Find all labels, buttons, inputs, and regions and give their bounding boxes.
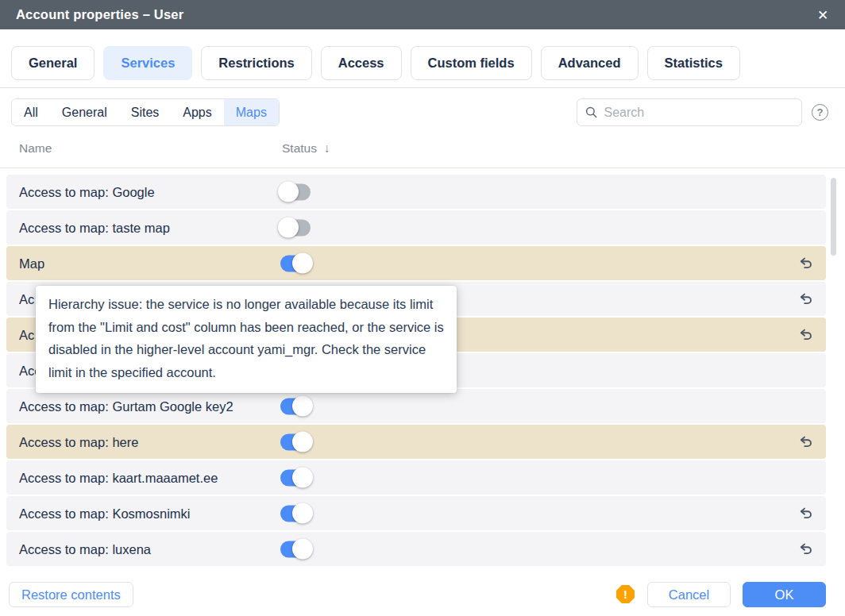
ok-button[interactable]: OK: [743, 582, 826, 607]
toggle-knob: [292, 253, 313, 274]
dialog-titlebar: Account properties – User ✕: [0, 0, 845, 29]
subtab-all[interactable]: All: [12, 99, 50, 125]
subtab-maps[interactable]: Maps: [224, 99, 279, 125]
status-toggle[interactable]: [280, 541, 311, 557]
dialog-title: Account properties – User: [16, 7, 183, 22]
service-name: Access to map: here: [19, 434, 138, 449]
search-input[interactable]: [604, 106, 793, 120]
toggle-knob: [292, 432, 313, 452]
status-column-header[interactable]: Status ↓: [282, 141, 330, 156]
status-toggle[interactable]: [280, 505, 311, 522]
toggle-knob: [278, 182, 299, 202]
table-row[interactable]: Access to map: here: [6, 425, 826, 459]
cancel-button[interactable]: Cancel: [647, 582, 731, 607]
service-filter-tabs: AllGeneralSitesAppsMaps: [11, 98, 280, 126]
table-row[interactable]: Access to map: luxena: [6, 532, 826, 566]
service-name: Ac: [19, 327, 34, 342]
table-row[interactable]: Access to map: taste map: [6, 210, 826, 244]
tab-general[interactable]: General: [11, 46, 95, 80]
restore-contents-button[interactable]: Restore contents: [9, 582, 133, 607]
toggle-knob: [292, 396, 313, 417]
tab-services[interactable]: Services: [103, 46, 192, 80]
tab-advanced[interactable]: Advanced: [541, 46, 639, 80]
service-name: Ac: [19, 291, 34, 306]
close-icon[interactable]: ✕: [812, 4, 834, 26]
undo-icon[interactable]: [797, 541, 813, 557]
undo-icon[interactable]: [797, 434, 813, 450]
service-name: Access to map: Google: [19, 184, 155, 199]
toggle-knob: [292, 503, 313, 524]
main-tabs: GeneralServicesRestrictionsAccessCustom …: [11, 46, 740, 80]
subtab-general[interactable]: General: [50, 99, 119, 125]
header-divider: [0, 167, 845, 168]
undo-icon[interactable]: [797, 291, 813, 307]
sort-descending-icon: ↓: [324, 141, 330, 156]
status-toggle[interactable]: [280, 183, 311, 200]
name-column-header: Name: [19, 141, 52, 156]
warning-icon: !: [616, 585, 635, 603]
account-properties-dialog: Account properties – User ✕ GeneralServi…: [0, 0, 845, 616]
undo-icon[interactable]: [797, 506, 813, 522]
tab-custom-fields[interactable]: Custom fields: [411, 46, 532, 80]
search-icon: [585, 106, 597, 119]
scrollbar-thumb[interactable]: [831, 178, 836, 256]
hierarchy-issue-tooltip: Hierarchy issue: the service is no longe…: [36, 286, 457, 393]
table-row[interactable]: Access to map: Kosmosnimki: [6, 496, 826, 530]
table-row[interactable]: Access to map: kaart.maaamet.ee: [6, 460, 826, 495]
toggle-knob: [292, 539, 313, 560]
tabbar-divider: [0, 87, 845, 88]
service-name: Access to map: Kosmosnimki: [19, 506, 190, 521]
service-name: Access to map: Gurtam Google key2: [19, 398, 233, 414]
tab-statistics[interactable]: Statistics: [647, 46, 740, 80]
toggle-knob: [278, 218, 299, 238]
help-icon[interactable]: ?: [812, 104, 828, 121]
status-toggle[interactable]: [280, 469, 311, 486]
subtab-apps[interactable]: Apps: [171, 99, 223, 125]
toggle-knob: [292, 468, 313, 488]
undo-icon[interactable]: [797, 256, 813, 271]
status-toggle[interactable]: [280, 219, 311, 236]
table-row[interactable]: Map: [6, 246, 826, 280]
undo-icon[interactable]: [797, 327, 813, 343]
service-name: Access to map: luxena: [19, 541, 151, 556]
table-row[interactable]: Access to map: Gurtam Google key2: [6, 389, 826, 423]
status-toggle[interactable]: [280, 398, 311, 414]
status-toggle[interactable]: [280, 433, 311, 450]
subtab-sites[interactable]: Sites: [119, 99, 172, 125]
tab-access[interactable]: Access: [321, 46, 402, 80]
status-toggle[interactable]: [280, 255, 311, 271]
service-name: Map: [19, 256, 44, 271]
service-name: Access to map: kaart.maaamet.ee: [19, 470, 218, 485]
status-header-label: Status: [282, 141, 317, 156]
search-box: [577, 98, 802, 126]
table-row[interactable]: Access to map: Google: [6, 175, 826, 209]
tab-restrictions[interactable]: Restrictions: [201, 46, 311, 80]
service-name: Access to map: taste map: [19, 220, 170, 235]
